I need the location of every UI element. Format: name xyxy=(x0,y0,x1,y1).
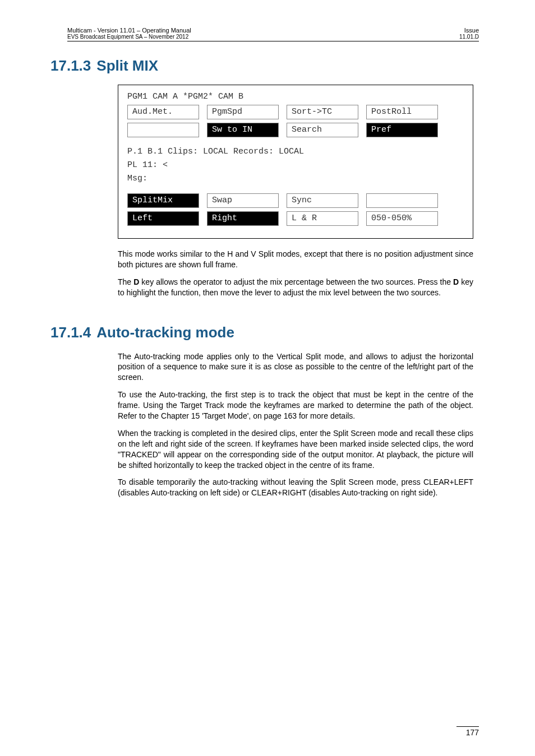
ui-row-1: Aud.Met. PgmSpd Sort->TC PostRoll xyxy=(127,105,464,119)
postroll-button[interactable]: PostRoll xyxy=(366,105,438,119)
para2-key-2: D xyxy=(453,277,459,286)
aud-met-button[interactable]: Aud.Met. xyxy=(127,105,199,119)
header-right-title: Issue xyxy=(459,27,479,34)
left-button[interactable]: Left xyxy=(127,211,199,226)
swap-button[interactable]: Swap xyxy=(207,193,279,208)
mix-percent-field[interactable]: 050-050% xyxy=(366,211,438,226)
ui-row-3: SplitMix Swap Sync xyxy=(127,193,464,208)
pref-button[interactable]: Pref xyxy=(366,123,438,137)
section-heading-split-mix: 17.1.3Split MIX xyxy=(50,57,479,75)
sync-button[interactable]: Sync xyxy=(287,193,358,208)
pgmspd-button[interactable]: PgmSpd xyxy=(207,105,279,119)
section-number-2: 17.1.4 xyxy=(50,324,91,341)
ui-mid-block: P.1 B.1 Clips: LOCAL Records: LOCAL PL 1… xyxy=(127,145,464,185)
paragraph-2: The D key allows the operator to adjust … xyxy=(118,277,473,298)
s2-paragraph-1: The Auto-tracking mode applies only to t… xyxy=(118,351,473,383)
section-number: 17.1.3 xyxy=(50,57,91,74)
s2-paragraph-2: To use the Auto-tracking, the first step… xyxy=(118,389,473,421)
header-right-version: 11.01.D xyxy=(459,34,479,40)
l-and-r-button[interactable]: L & R xyxy=(287,211,358,226)
paragraph-1: This mode works similar to the H and V S… xyxy=(118,249,473,270)
para2-text-2: key allows the operator to adjust the mi… xyxy=(139,277,453,286)
s2-paragraph-3: When the tracking is completed in the de… xyxy=(118,428,473,471)
pl-line: PL 11: < xyxy=(127,159,464,172)
s2-paragraph-4: To disable temporarily the auto-tracking… xyxy=(118,477,473,498)
empty-field[interactable] xyxy=(127,123,199,137)
search-button[interactable]: Search xyxy=(287,123,358,137)
para2-key-1: D xyxy=(133,277,139,286)
msg-line: Msg: xyxy=(127,172,464,185)
splitmix-button[interactable]: SplitMix xyxy=(127,193,199,208)
section-title-2: Auto-tracking mode xyxy=(96,324,234,341)
sw-to-in-button[interactable]: Sw to IN xyxy=(207,123,279,137)
header-left-subtitle: EVS Broadcast Equipment SA – November 20… xyxy=(67,34,191,40)
ui-mockup: PGM1 CAM A *PGM2* CAM B Aud.Met. PgmSpd … xyxy=(118,85,473,239)
para2-text-1: The xyxy=(118,277,133,286)
sort-tc-button[interactable]: Sort->TC xyxy=(287,105,358,119)
right-button[interactable]: Right xyxy=(207,211,279,226)
status-line: PGM1 CAM A *PGM2* CAM B xyxy=(127,92,464,101)
running-header: Multicam - Version 11.01 – Operating Man… xyxy=(67,27,479,41)
ui-row-4: Left Right L & R 050-050% xyxy=(127,211,464,226)
empty-field-2[interactable] xyxy=(366,193,438,208)
page-number: 177 xyxy=(456,726,479,737)
clips-records-line: P.1 B.1 Clips: LOCAL Records: LOCAL xyxy=(127,145,464,159)
section-title: Split MIX xyxy=(96,57,158,74)
section-heading-auto-tracking: 17.1.4Auto-tracking mode xyxy=(50,324,479,341)
header-left-title: Multicam - Version 11.01 – Operating Man… xyxy=(67,27,191,34)
ui-row-2: Sw to IN Search Pref xyxy=(127,123,464,137)
